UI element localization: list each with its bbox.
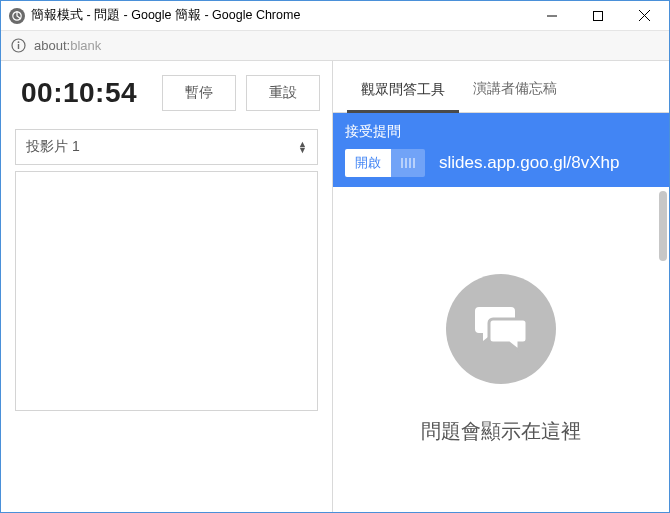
qa-empty-text: 問題會顯示在這裡 <box>421 418 581 445</box>
left-pane: 00:10:54 暫停 重設 投影片 1 ▲▼ <box>1 61 333 512</box>
close-button[interactable] <box>621 1 667 31</box>
tab-audience-qa[interactable]: 觀眾問答工具 <box>347 81 459 113</box>
app-icon <box>9 8 25 24</box>
toggle-off-side <box>391 149 425 177</box>
content-area: 00:10:54 暫停 重設 投影片 1 ▲▼ 觀眾問答工具 演講者備忘稿 接受… <box>1 61 669 512</box>
minimize-button[interactable] <box>529 1 575 31</box>
toggle-on-label: 開啟 <box>345 149 391 177</box>
tab-speaker-notes[interactable]: 演講者備忘稿 <box>459 80 571 112</box>
pause-button[interactable]: 暫停 <box>162 75 236 111</box>
window-title: 簡報模式 - 問題 - Google 簡報 - Google Chrome <box>31 7 529 24</box>
accept-toggle[interactable]: 開啟 <box>345 149 425 177</box>
scrollbar-thumb[interactable] <box>659 191 667 261</box>
right-pane: 觀眾問答工具 演講者備忘稿 接受提問 開啟 slides.app.goo.gl/… <box>333 61 669 512</box>
browser-window: 簡報模式 - 問題 - Google 簡報 - Google Chrome ab… <box>0 0 670 513</box>
slide-preview[interactable] <box>15 171 318 411</box>
titlebar: 簡報模式 - 問題 - Google 簡報 - Google Chrome <box>1 1 669 31</box>
slide-selector-label: 投影片 1 <box>26 138 80 156</box>
reset-button[interactable]: 重設 <box>246 75 320 111</box>
accept-row: 開啟 slides.app.goo.gl/8vXhp <box>345 149 657 177</box>
slide-selector[interactable]: 投影片 1 ▲▼ <box>15 129 318 165</box>
stepper-icon[interactable]: ▲▼ <box>298 141 307 153</box>
chat-empty-icon <box>446 274 556 384</box>
timer-display: 00:10:54 <box>21 77 152 109</box>
address-bar[interactable]: about:blank <box>1 31 669 61</box>
timer-row: 00:10:54 暫停 重設 <box>1 61 332 129</box>
svg-point-6 <box>18 41 20 43</box>
svg-rect-7 <box>18 44 19 49</box>
tabs: 觀眾問答工具 演講者備忘稿 <box>333 61 669 113</box>
qa-link[interactable]: slides.app.goo.gl/8vXhp <box>439 153 620 173</box>
window-controls <box>529 1 667 31</box>
svg-rect-2 <box>594 11 603 20</box>
url-path: blank <box>70 38 101 53</box>
accept-questions-label: 接受提問 <box>345 123 657 141</box>
slide-section: 投影片 1 ▲▼ <box>1 129 332 512</box>
qa-body: 問題會顯示在這裡 <box>333 187 669 512</box>
info-icon <box>11 38 26 53</box>
url-scheme: about: <box>34 38 70 53</box>
maximize-button[interactable] <box>575 1 621 31</box>
accept-questions-bar: 接受提問 開啟 slides.app.goo.gl/8vXhp <box>333 113 669 187</box>
